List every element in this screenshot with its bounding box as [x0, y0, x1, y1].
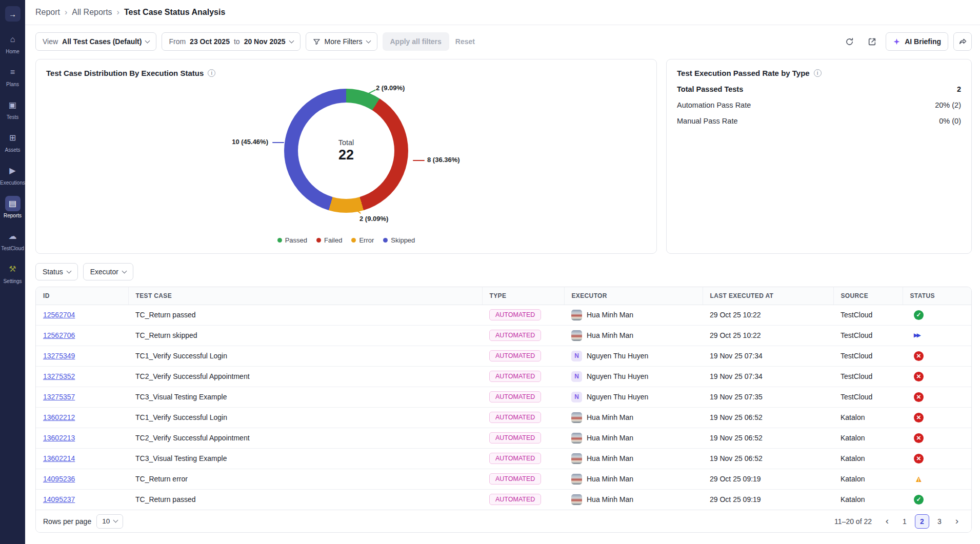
more-filters-label: More Filters	[325, 37, 363, 46]
refresh-button[interactable]	[841, 33, 858, 50]
sidebar-item-label: Plans	[6, 82, 19, 87]
last-executed-at: 19 Nov 25 07:34	[703, 366, 833, 387]
share-button[interactable]	[953, 32, 972, 51]
executor-name: Hua Minh Man	[587, 434, 633, 442]
chevron-down-icon	[66, 268, 71, 273]
test-case-id-link[interactable]: 12562704	[43, 311, 75, 319]
avatar	[571, 433, 582, 444]
more-filters-dropdown[interactable]: More Filters	[306, 32, 377, 51]
avatar-initial: N	[574, 393, 579, 400]
status-skipped-icon	[914, 331, 919, 340]
sidebar-item-reports[interactable]: ▤ Reports	[0, 193, 25, 221]
rate-label: Automation Pass Rate	[677, 101, 751, 109]
chart-legend: Passed Failed Error Skipped	[46, 236, 646, 244]
type-badge: AUTOMATED	[489, 350, 541, 361]
rows-per-page: Rows per page 10	[43, 514, 123, 529]
column-header-status: STATUS	[903, 287, 971, 305]
date-start: 23 Oct 2025	[190, 37, 230, 46]
pagination: 11–20 of 22 ‹ 1 2 3 ›	[834, 514, 964, 529]
test-case-id-link[interactable]: 12562706	[43, 331, 75, 339]
status-passed-icon	[914, 495, 924, 505]
export-button[interactable]	[863, 33, 881, 50]
test-case-id-link[interactable]: 13602214	[43, 454, 75, 462]
sidebar-item-executions[interactable]: ▶ Executions	[0, 160, 25, 189]
page-button-2[interactable]: 2	[915, 514, 929, 529]
next-page-button[interactable]: ›	[950, 514, 964, 529]
ai-briefing-button[interactable]: AI Briefing	[886, 32, 948, 51]
last-executed-at: 29 Oct 25 09:19	[703, 469, 833, 489]
test-case-id-link[interactable]: 14095236	[43, 475, 75, 483]
test-case-id-link[interactable]: 13602213	[43, 434, 75, 442]
type-badge: AUTOMATED	[489, 330, 541, 341]
legend-item-failed[interactable]: Failed	[316, 236, 342, 244]
last-executed-at: 29 Oct 25 10:22	[703, 325, 833, 346]
sidebar-item-label: Executions	[0, 180, 25, 186]
view-filter-value: All Test Cases (Default)	[62, 37, 142, 46]
legend-item-skipped[interactable]: Skipped	[383, 236, 415, 244]
avatar-initial: N	[574, 352, 579, 359]
status-filter-dropdown[interactable]: Status	[35, 263, 78, 280]
info-icon[interactable]: i	[208, 69, 215, 77]
source: Katalon	[833, 407, 903, 428]
table-header-row: ID TEST CASE TYPE EXECUTOR LAST EXECUTED…	[36, 287, 971, 305]
executor-name: Hua Minh Man	[587, 495, 633, 503]
sidebar-item-testcloud[interactable]: ☁ TestCloud	[0, 226, 25, 254]
prev-page-button[interactable]: ‹	[880, 514, 894, 529]
sidebar-item-label: Settings	[3, 278, 22, 284]
test-case-id-link[interactable]: 13602212	[43, 413, 75, 421]
reset-filters-button[interactable]: Reset	[455, 37, 475, 46]
last-executed-at: 19 Nov 25 06:52	[703, 407, 833, 428]
apply-all-filters-button[interactable]: Apply all filters	[383, 32, 449, 51]
avatar	[571, 330, 582, 341]
legend-dot-icon	[351, 238, 356, 243]
test-case-id-link[interactable]: 13275349	[43, 352, 75, 360]
sidebar-item-tests[interactable]: ▣ Tests	[0, 94, 25, 123]
legend-dot-icon	[316, 238, 321, 243]
test-cases-table: ID TEST CASE TYPE EXECUTOR LAST EXECUTED…	[36, 287, 971, 510]
page-title: Test Case Status Analysis	[124, 8, 225, 17]
avatar: N	[571, 351, 582, 361]
reports-icon: ▤	[9, 199, 16, 208]
test-case-name: TC3_Visual Testing Example	[128, 448, 482, 469]
info-icon[interactable]: i	[814, 69, 822, 77]
executor-filter-dropdown[interactable]: Executor	[83, 263, 133, 280]
sidebar: → ⌂ Home ≡ Plans ▣ Tests ⊞ Assets ▶ Exec…	[0, 0, 25, 544]
pagination-range: 11–20 of 22	[834, 517, 872, 526]
export-icon	[868, 37, 876, 46]
chevron-separator-icon: ›	[65, 8, 67, 17]
expand-sidebar-button[interactable]: →	[5, 6, 21, 22]
rate-label: Manual Pass Rate	[677, 117, 737, 125]
distribution-card: Test Case Distribution By Execution Stat…	[35, 59, 657, 254]
type-badge: AUTOMATED	[489, 494, 541, 505]
test-case-name: TC1_Verify Successful Login	[128, 346, 482, 366]
main-area: Report › All Reports › Test Case Status …	[25, 0, 980, 544]
table-row: 13275349 TC1_Verify Successful Login AUT…	[36, 346, 971, 366]
rows-per-page-select[interactable]: 10	[96, 514, 123, 529]
breadcrumb-all-reports[interactable]: All Reports	[72, 8, 112, 17]
test-case-id-link[interactable]: 13275357	[43, 393, 75, 401]
view-filter-dropdown[interactable]: View All Test Cases (Default)	[35, 32, 156, 51]
date-range-dropdown[interactable]: From 23 Oct 2025 to 20 Nov 2025	[162, 32, 300, 51]
breadcrumb-report[interactable]: Report	[35, 8, 60, 17]
type-badge: AUTOMATED	[489, 412, 541, 423]
legend-item-passed[interactable]: Passed	[277, 236, 307, 244]
avatar: N	[571, 371, 582, 382]
rate-row-automation: Automation Pass Rate 20% (2)	[677, 101, 961, 109]
sidebar-item-home[interactable]: ⌂ Home	[0, 29, 25, 57]
sidebar-item-label: Home	[6, 49, 19, 54]
executor-name: Hua Minh Man	[587, 475, 633, 483]
page-button-1[interactable]: 1	[897, 514, 912, 529]
status-failed-icon	[914, 413, 924, 422]
sidebar-item-assets[interactable]: ⊞ Assets	[0, 127, 25, 156]
sidebar-item-plans[interactable]: ≡ Plans	[0, 62, 25, 90]
column-header-test-case: TEST CASE	[128, 287, 482, 305]
donut-chart[interactable]: Total 22	[284, 89, 408, 213]
avatar: N	[571, 392, 582, 402]
donut-chart-area: Total 22 2 (9.09%) 8 (36.36%) 2 (9.09%) …	[46, 78, 646, 233]
test-case-name: TC_Return error	[128, 469, 482, 489]
legend-item-error[interactable]: Error	[351, 236, 374, 244]
page-button-3[interactable]: 3	[932, 514, 947, 529]
test-case-id-link[interactable]: 14095237	[43, 495, 75, 503]
test-case-id-link[interactable]: 13275352	[43, 372, 75, 380]
sidebar-item-settings[interactable]: ⚒ Settings	[0, 258, 25, 287]
